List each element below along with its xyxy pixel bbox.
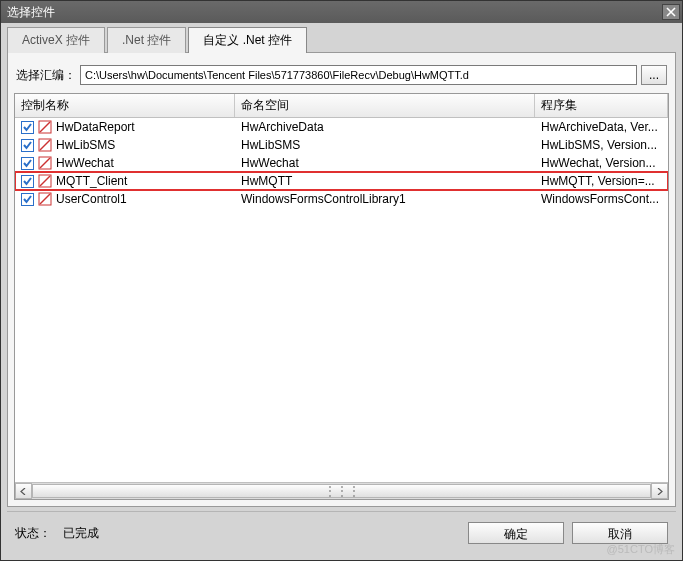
titlebar[interactable]: 选择控件 (1, 1, 682, 23)
control-icon (38, 156, 52, 170)
row-assembly: HwWechat, Version... (535, 156, 668, 170)
dialog-body: ActiveX 控件 .Net 控件 自定义 .Net 控件 选择汇编： ...… (1, 23, 682, 560)
row-name: UserControl1 (56, 192, 127, 206)
rows-container: HwDataReportHwArchiveDataHwArchiveData, … (15, 118, 668, 482)
col-assembly[interactable]: 程序集 (535, 94, 668, 117)
dialog-window: 选择控件 ActiveX 控件 .Net 控件 自定义 .Net 控件 选择汇编… (0, 0, 683, 561)
col-control-name[interactable]: 控制名称 (15, 94, 235, 117)
row-assembly: HwMQTT, Version=... (535, 174, 668, 188)
row-checkbox[interactable] (21, 157, 34, 170)
row-checkbox[interactable] (21, 193, 34, 206)
window-title: 选择控件 (7, 4, 55, 21)
row-name: HwDataReport (56, 120, 135, 134)
status-label: 状态： (15, 525, 51, 542)
chevron-right-icon (656, 488, 663, 495)
status-value: 已完成 (63, 525, 99, 542)
scroll-left-button[interactable] (15, 483, 32, 499)
row-checkbox[interactable] (21, 121, 34, 134)
scroll-right-button[interactable] (651, 483, 668, 499)
row-assembly: HwArchiveData, Ver... (535, 120, 668, 134)
tab-panel: 选择汇编： ... 控制名称 命名空间 程序集 HwDataReportHwAr… (7, 52, 676, 507)
cancel-button[interactable]: 取消 (572, 522, 668, 544)
control-list: 控制名称 命名空间 程序集 HwDataReportHwArchiveDataH… (14, 93, 669, 500)
control-icon (38, 138, 52, 152)
row-namespace: HwArchiveData (235, 120, 535, 134)
column-headers[interactable]: 控制名称 命名空间 程序集 (15, 94, 668, 118)
tab-strip: ActiveX 控件 .Net 控件 自定义 .Net 控件 (7, 27, 676, 53)
table-row[interactable]: HwLibSMSHwLibSMSHwLibSMS, Version... (15, 136, 668, 154)
browse-button[interactable]: ... (641, 65, 667, 85)
assembly-path-label: 选择汇编： (16, 67, 76, 84)
control-icon (38, 120, 52, 134)
ok-button[interactable]: 确定 (468, 522, 564, 544)
watermark: @51CTO博客 (607, 542, 675, 557)
tab-custom-dotnet[interactable]: 自定义 .Net 控件 (188, 27, 307, 53)
assembly-path-row: 选择汇编： ... (16, 65, 667, 85)
col-namespace[interactable]: 命名空间 (235, 94, 535, 117)
dialog-buttons: 确定 取消 (468, 522, 668, 544)
tab-dotnet[interactable]: .Net 控件 (107, 27, 186, 53)
table-row[interactable]: HwWechatHwWechatHwWechat, Version... (15, 154, 668, 172)
row-checkbox[interactable] (21, 139, 34, 152)
control-icon (38, 192, 52, 206)
table-row[interactable]: HwDataReportHwArchiveDataHwArchiveData, … (15, 118, 668, 136)
row-namespace: HwWechat (235, 156, 535, 170)
row-checkbox[interactable] (21, 175, 34, 188)
status-area: 状态： 已完成 (15, 525, 99, 542)
row-assembly: HwLibSMS, Version... (535, 138, 668, 152)
scroll-track[interactable]: ⋮⋮⋮ (32, 483, 651, 499)
close-icon (666, 7, 676, 17)
row-namespace: HwMQTT (235, 174, 535, 188)
table-row[interactable]: UserControl1WindowsFormsControlLibrary1W… (15, 190, 668, 208)
row-name: HwWechat (56, 156, 114, 170)
grip-icon: ⋮⋮⋮ (324, 484, 360, 498)
table-row[interactable]: MQTT_ClientHwMQTTHwMQTT, Version=... (15, 172, 668, 190)
row-namespace: HwLibSMS (235, 138, 535, 152)
row-name: HwLibSMS (56, 138, 115, 152)
horizontal-scrollbar[interactable]: ⋮⋮⋮ (15, 482, 668, 499)
scroll-thumb[interactable]: ⋮⋮⋮ (32, 484, 651, 498)
row-name: MQTT_Client (56, 174, 127, 188)
close-button[interactable] (662, 4, 680, 20)
tab-activex[interactable]: ActiveX 控件 (7, 27, 105, 53)
chevron-left-icon (20, 488, 27, 495)
row-assembly: WindowsFormsCont... (535, 192, 668, 206)
row-namespace: WindowsFormsControlLibrary1 (235, 192, 535, 206)
control-icon (38, 174, 52, 188)
footer: 状态： 已完成 确定 取消 (7, 511, 676, 554)
assembly-path-input[interactable] (80, 65, 637, 85)
